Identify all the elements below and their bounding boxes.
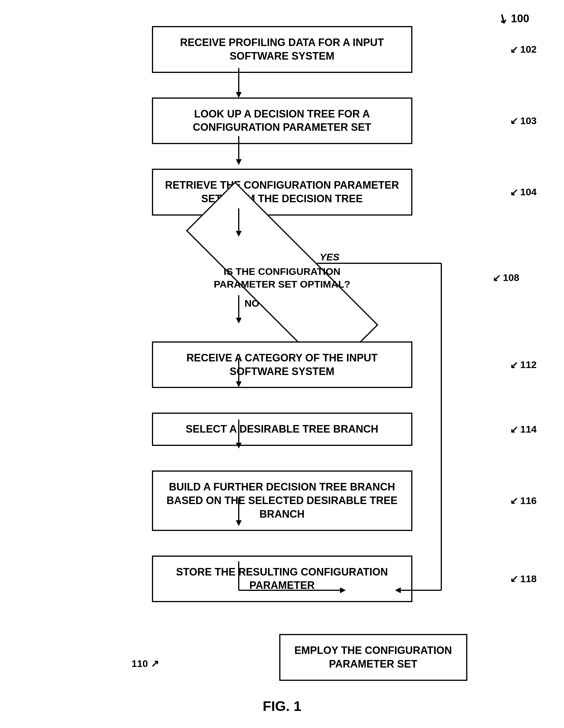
node-118-box: STORE THE RESULTING CONFIGURATION PARAME… (152, 556, 412, 602)
node-116-label: BUILD A FURTHER DECISION TREE BRANCH BAS… (166, 481, 397, 520)
node-110-box: EMPLOY THE CONFIGURATION PARAMETER SET (279, 634, 467, 681)
node-104-label: RETRIEVE THE CONFIGURATION PARAMETER SET… (165, 179, 399, 205)
node-108-row: IS THE CONFIGURATION PARAMETER SET OPTIM… (80, 240, 485, 315)
node-104-box: RETRIEVE THE CONFIGURATION PARAMETER SET… (152, 169, 412, 216)
ref-104: ↙ 104 (510, 186, 537, 198)
ref-110-num-label: 110 ↗ (132, 658, 159, 669)
node-104-row: RETRIEVE THE CONFIGURATION PARAMETER SET… (80, 169, 485, 216)
node-103-box: LOOK UP A DECISION TREE FOR A CONFIGURAT… (152, 98, 412, 144)
node-103-label: LOOK UP A DECISION TREE FOR A CONFIGURAT… (193, 108, 371, 133)
node-114-box: SELECT A DESIRABLE TREE BRANCH (152, 413, 412, 446)
ref-103-hook: ↙ (510, 115, 518, 126)
ref-103-num: 103 (520, 115, 537, 126)
ref-116: ↙ 116 (510, 495, 537, 506)
ref-102-hook: ↙ (510, 44, 518, 55)
node-112-row: RECEIVE A CATEGORY OF THE INPUT SOFTWARE… (80, 341, 485, 388)
node-108-text: IS THE CONFIGURATION PARAMETER SET OPTIM… (210, 265, 354, 291)
node-108-label: IS THE CONFIGURATION PARAMETER SET OPTIM… (214, 266, 350, 290)
node-114-row: SELECT A DESIRABLE TREE BRANCH ↙ 114 (80, 413, 485, 446)
node-102-label: RECEIVE PROFILING DATA FOR A INPUT SOFTW… (180, 36, 384, 62)
ref-116-hook: ↙ (510, 495, 518, 506)
node-116-box: BUILD A FURTHER DECISION TREE BRANCH BAS… (152, 470, 412, 531)
ref-108: ↙ 108 (493, 272, 519, 284)
diagram-wrapper: YES NO RECEIVE PROFILING DATA FOR A INPU… (80, 17, 485, 681)
ref-103: ↙ 103 (510, 115, 537, 126)
ref-114-num: 114 (520, 424, 537, 435)
ref-108-hook: ↙ (493, 272, 501, 284)
ref-104-num: 104 (520, 186, 537, 198)
page-container: ↙ 100 (0, 0, 564, 728)
ref-102-num: 102 (520, 44, 537, 55)
ref-102: ↙ 102 (510, 44, 537, 55)
arrow-100-icon: ↙ (495, 10, 511, 27)
node-110-row: 110 ↗ EMPLOY THE CONFIGURATION PARAMETER… (80, 634, 485, 681)
ref-110-curve: ↗ (151, 658, 159, 669)
ref-114: ↙ 114 (510, 424, 537, 435)
ref-118-hook: ↙ (510, 573, 518, 584)
flowchart: RECEIVE PROFILING DATA FOR A INPUT SOFTW… (80, 17, 485, 681)
ref-114-hook: ↙ (510, 424, 518, 435)
node-103-row: LOOK UP A DECISION TREE FOR A CONFIGURAT… (80, 98, 485, 144)
node-118-row: STORE THE RESULTING CONFIGURATION PARAME… (80, 556, 485, 602)
ref-118-num: 118 (520, 573, 537, 584)
ref-100: ↙ 100 (498, 12, 529, 26)
ref-100-label: 100 (511, 12, 529, 25)
ref-104-hook: ↙ (510, 186, 518, 198)
ref-112-hook: ↙ (510, 359, 518, 371)
node-114-label: SELECT A DESIRABLE TREE BRANCH (186, 423, 378, 435)
node-102-row: RECEIVE PROFILING DATA FOR A INPUT SOFTW… (80, 26, 485, 73)
node-102-box: RECEIVE PROFILING DATA FOR A INPUT SOFTW… (152, 26, 412, 73)
ref-110-num: 110 (132, 658, 148, 669)
node-108-diamond-container: IS THE CONFIGURATION PARAMETER SET OPTIM… (152, 240, 412, 315)
node-116-row: BUILD A FURTHER DECISION TREE BRANCH BAS… (80, 470, 485, 531)
ref-116-num: 116 (520, 495, 537, 506)
ref-112: ↙ 112 (510, 359, 537, 371)
fig-label: FIG. 1 (263, 698, 301, 714)
ref-108-num: 108 (503, 272, 519, 283)
node-118-label: STORE THE RESULTING CONFIGURATION PARAME… (176, 566, 388, 591)
node-110-label: EMPLOY THE CONFIGURATION PARAMETER SET (294, 644, 452, 670)
node-112-label: RECEIVE A CATEGORY OF THE INPUT SOFTWARE… (186, 352, 378, 377)
node-112-box: RECEIVE A CATEGORY OF THE INPUT SOFTWARE… (152, 341, 412, 388)
ref-118: ↙ 118 (510, 573, 537, 584)
ref-112-num: 112 (520, 359, 537, 370)
